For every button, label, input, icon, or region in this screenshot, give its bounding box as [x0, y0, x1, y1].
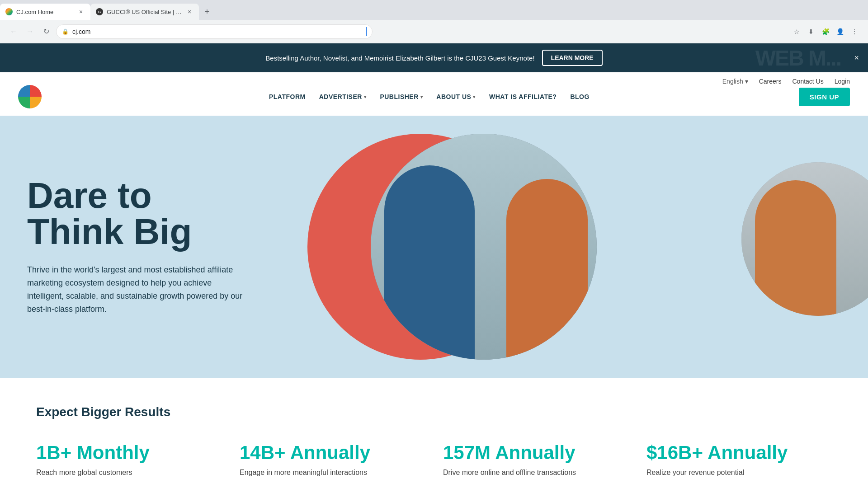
navigation-header: English ▾ Careers Contact Us Login PLATF…: [0, 72, 868, 116]
stat-number-revenue: $16B+ Annually: [646, 442, 832, 464]
nav-what-is-affiliate[interactable]: WHAT IS AFFILIATE?: [484, 89, 562, 104]
download-icon[interactable]: ⬇: [805, 25, 817, 38]
hero-content: Dare to Think Big Thrive in the world's …: [0, 116, 271, 378]
hero-section: Dare to Think Big Thrive in the world's …: [0, 116, 868, 378]
stat-desc-revenue: Realize your revenue potential: [646, 467, 832, 478]
stat-desc-transactions: Drive more online and offline transactio…: [443, 467, 628, 478]
tab-gucci[interactable]: G GUCCI® US Official Site | Rede... ×: [90, 4, 199, 20]
secondary-photo-circle: [741, 162, 868, 316]
tab-favicon-gucci: G: [96, 8, 103, 15]
website-content: Bestselling Author, Novelist, and Memoir…: [0, 43, 868, 488]
main-photo-circle: [371, 134, 597, 360]
stats-grid: 1B+ Monthly Reach more global customers …: [36, 442, 832, 478]
tab-bar: CJ.com Home × G GUCCI® US Official Site …: [0, 0, 868, 20]
stat-desc-monthly: Reach more global customers: [36, 467, 222, 478]
announcement-close-button[interactable]: ×: [854, 53, 859, 63]
language-selector[interactable]: English ▾: [722, 78, 748, 85]
learn-more-button[interactable]: LEARN MORE: [542, 50, 603, 66]
settings-icon[interactable]: ⋮: [848, 25, 861, 38]
stat-number-monthly: 1B+ Monthly: [36, 442, 222, 464]
contact-link[interactable]: Contact Us: [792, 78, 823, 85]
stat-item-annually-1: 14B+ Annually Engage in more meaningful …: [240, 442, 425, 478]
hero-title-line2: Think Big: [27, 211, 192, 252]
watermark: WEB M...: [755, 46, 841, 70]
tab-close-cj[interactable]: ×: [77, 8, 85, 16]
main-nav-row: PLATFORM ADVERTISER ▾ PUBLISHER ▾ ABOUT …: [0, 85, 868, 116]
tab-close-gucci[interactable]: ×: [185, 8, 193, 16]
announcement-banner: Bestselling Author, Novelist, and Memoir…: [0, 43, 868, 72]
nav-blog[interactable]: BLOG: [565, 89, 594, 104]
tab-cj[interactable]: CJ.com Home ×: [0, 4, 90, 20]
publisher-dropdown-arrow: ▾: [420, 94, 423, 99]
lock-icon: 🔒: [62, 28, 69, 35]
login-link[interactable]: Login: [835, 78, 850, 85]
stats-section: Expect Bigger Results 1B+ Monthly Reach …: [0, 378, 868, 488]
stat-item-revenue: $16B+ Annually Realize your revenue pote…: [646, 442, 832, 478]
stat-number-annually-1: 14B+ Annually: [240, 442, 425, 464]
language-label: English: [722, 78, 743, 85]
reload-button[interactable]: ↻: [40, 25, 52, 38]
forward-button[interactable]: →: [24, 25, 36, 38]
cj-logo[interactable]: [18, 85, 42, 108]
back-button[interactable]: ←: [7, 25, 20, 38]
text-cursor: [366, 27, 367, 36]
nav-publisher[interactable]: PUBLISHER ▾: [374, 89, 428, 104]
stat-number-transactions: 157M Annually: [443, 442, 628, 464]
hero-title-line1: Dare to: [27, 175, 152, 216]
address-actions: ☆ ⬇ 🧩 👤 ⋮: [790, 25, 861, 38]
stat-item-monthly: 1B+ Monthly Reach more global customers: [36, 442, 222, 478]
stats-section-title: Expect Bigger Results: [36, 405, 832, 419]
person-right-silhouette: [506, 179, 588, 360]
careers-link[interactable]: Careers: [759, 78, 782, 85]
address-bar: ← → ↻ 🔒 cj.com ☆ ⬇ 🧩 👤 ⋮: [0, 20, 868, 43]
main-nav-links: PLATFORM ADVERTISER ▾ PUBLISHER ▾ ABOUT …: [60, 89, 799, 104]
new-tab-button[interactable]: +: [199, 4, 215, 20]
url-text: cj.com: [72, 28, 360, 35]
tab-title-gucci: GUCCI® US Official Site | Rede...: [107, 9, 182, 15]
nav-about-us[interactable]: ABOUT US ▾: [431, 89, 481, 104]
announcement-text: Bestselling Author, Novelist, and Memoir…: [265, 54, 534, 62]
bookmark-icon[interactable]: ☆: [790, 25, 803, 38]
person-secondary-silhouette: [755, 180, 836, 316]
url-bar[interactable]: 🔒 cj.com: [56, 24, 373, 39]
hero-title: Dare to Think Big: [27, 178, 244, 250]
hero-images: [271, 116, 868, 378]
stat-desc-annually-1: Engage in more meaningful interactions: [240, 467, 425, 478]
profile-icon[interactable]: 👤: [834, 25, 846, 38]
person-left-silhouette: [384, 165, 475, 360]
about-dropdown-arrow: ▾: [473, 94, 476, 99]
language-dropdown-arrow: ▾: [745, 78, 748, 85]
stat-item-transactions: 157M Annually Drive more online and offl…: [443, 442, 628, 478]
nav-advertiser[interactable]: ADVERTISER ▾: [314, 89, 372, 104]
tab-title-cj: CJ.com Home: [16, 9, 73, 15]
nav-platform[interactable]: PLATFORM: [264, 89, 311, 104]
tab-favicon-cj: [5, 8, 13, 15]
hero-subtitle: Thrive in the world's largest and most e…: [27, 263, 244, 315]
browser-window: CJ.com Home × G GUCCI® US Official Site …: [0, 0, 868, 488]
extension-icon[interactable]: 🧩: [819, 25, 832, 38]
top-nav-bar: English ▾ Careers Contact Us Login: [0, 72, 868, 85]
signup-button[interactable]: SIGN UP: [799, 88, 850, 106]
advertiser-dropdown-arrow: ▾: [364, 94, 367, 99]
